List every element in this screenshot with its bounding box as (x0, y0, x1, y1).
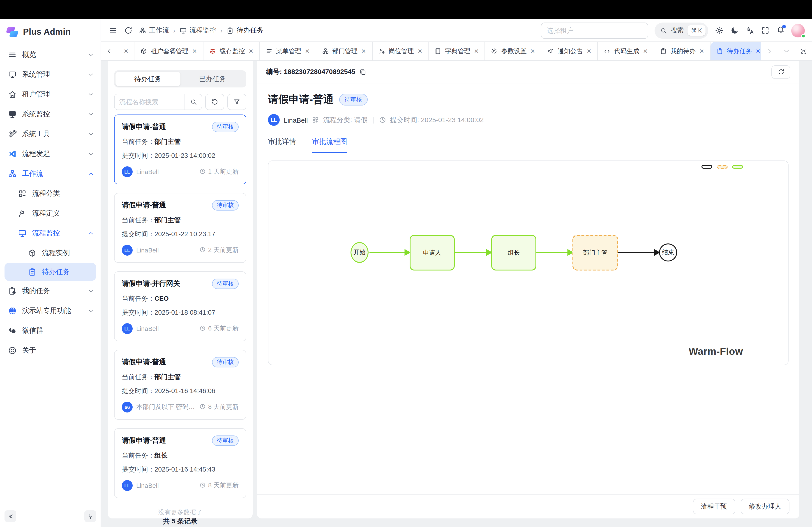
task-type-tab[interactable]: 已办任务 (180, 72, 245, 86)
sidebar-item[interactable]: 关于 (0, 340, 101, 360)
page-tab[interactable]: 菜单管理 ✕ (260, 42, 316, 60)
tenant-select-input[interactable] (541, 22, 648, 39)
person-icon (378, 48, 385, 55)
task-filter-button[interactable] (227, 94, 246, 110)
task-search-button[interactable] (185, 94, 202, 109)
chevron-icon (88, 250, 94, 256)
copy-icon[interactable] (359, 68, 366, 76)
breadcrumb-todo-tasks[interactable]: 待办任务 (227, 26, 264, 35)
page-tab[interactable]: 缓存监控 ✕ (203, 42, 260, 60)
task-search-row (114, 94, 246, 110)
refresh-detail-button[interactable] (771, 65, 791, 79)
sidebar-item[interactable]: 流程分类 (0, 183, 101, 203)
page-tab[interactable]: 字典管理 ✕ (429, 42, 485, 60)
task-icon (8, 286, 17, 295)
chevron-icon (88, 327, 94, 334)
initiator-avatar: LL (268, 114, 280, 126)
fullscreen-icon[interactable] (760, 26, 770, 35)
sidebar-item[interactable]: 系统工具 (0, 124, 101, 144)
task-reset-button[interactable] (205, 94, 224, 110)
content-fullscreen-button[interactable] (795, 42, 812, 60)
settings-gear-icon[interactable] (714, 26, 724, 35)
sidebar-item-label: 概览 (22, 50, 82, 59)
sidebar-item[interactable]: 租户管理 (0, 84, 101, 104)
process-id: 编号: 1882307280470892545 (266, 67, 355, 76)
sidebar-item[interactable]: 流程监控 (0, 223, 101, 243)
sidebar-item[interactable]: 流程定义 (0, 203, 101, 223)
page-tab[interactable]: 部门管理 ✕ (316, 42, 372, 60)
collapse-sidebar-button[interactable] (4, 510, 16, 522)
close-tab-icon[interactable]: ✕ (643, 48, 648, 54)
sidebar-item[interactable]: 待办任务 (4, 263, 96, 281)
page-tab[interactable]: 通知公告 ✕ (541, 42, 598, 60)
sidebar-item[interactable]: 系统管理 (0, 64, 101, 84)
current-task-value: 部门主管 (155, 373, 181, 380)
close-tab-icon[interactable]: ✕ (699, 48, 704, 54)
action-button[interactable]: 修改办理人 (740, 499, 789, 514)
breadcrumb-workflow[interactable]: 工作流 (139, 26, 169, 35)
initiator-avatar: LL (122, 245, 133, 256)
detail-tab[interactable]: 审批流程图 (312, 137, 347, 153)
flow-node[interactable]: 结束 (659, 243, 677, 261)
task-card[interactable]: 请假申请-普通 待审核 当前任务：部门主管 提交时间：2025-01-22 10… (114, 193, 246, 263)
task-card[interactable]: 请假申请-普通 待审核 当前任务：组长 提交时间：2025-01-16 14:4… (114, 428, 246, 498)
app-title: Plus Admin (23, 27, 71, 37)
dark-mode-moon-icon[interactable] (730, 26, 739, 35)
tabs-dropdown-button[interactable] (778, 42, 795, 60)
flow-diagram-canvas[interactable]: 开始申请人组长部门主管结束 Warm-Flow (268, 161, 788, 365)
page-tab[interactable]: 租户套餐管理 ✕ (134, 42, 203, 60)
task-card[interactable]: 请假申请-普通 待审核 当前任务：部门主管 提交时间：2025-01-16 14… (114, 350, 246, 420)
page-tab[interactable]: ✕ (118, 42, 134, 60)
page-tab[interactable]: 我的待办 ✕ (654, 42, 710, 60)
category-grid-icon (312, 116, 319, 123)
global-search[interactable]: 搜索 ⌘ K (654, 22, 708, 39)
close-tab-icon[interactable]: ✕ (305, 48, 310, 54)
tabs-scroll-right-button[interactable] (760, 42, 778, 60)
sidebar-menu: 概览 系统管理 租户管理 系统监控 系统工具 (0, 45, 101, 360)
task-card[interactable]: 请假申请-普通 待审核 当前任务：部门主管 提交时间：2025-01-23 14… (114, 115, 246, 184)
flow-node[interactable]: 开始 (350, 242, 368, 263)
close-tab-icon[interactable]: ✕ (124, 48, 129, 54)
flow-node[interactable]: 组长 (491, 235, 536, 270)
sidebar-item[interactable]: 概览 (0, 45, 101, 64)
sidebar-item[interactable]: 工作流 (0, 164, 101, 183)
task-type-tab[interactable]: 待办任务 (115, 72, 180, 86)
sidebar-item[interactable]: 微信群 (0, 320, 101, 340)
language-translate-icon[interactable] (745, 26, 754, 35)
app-logo[interactable]: Plus Admin (0, 19, 101, 45)
detail-tab[interactable]: 审批详情 (268, 137, 296, 153)
task-card[interactable]: 请假申请-并行网关 待审核 当前任务：CEO 提交时间：2025-01-18 0… (114, 271, 246, 341)
action-button[interactable]: 流程干预 (693, 499, 735, 514)
page-tab[interactable]: 参数设置 ✕ (485, 42, 541, 60)
task-list-panel: 待办任务已办任务 请假申请-普通 待审核 (108, 61, 252, 518)
page-tab[interactable]: 岗位管理 ✕ (372, 42, 429, 60)
close-tab-icon[interactable]: ✕ (530, 48, 535, 54)
initiator-name: LinaBell (136, 246, 196, 254)
close-tab-icon[interactable]: ✕ (361, 48, 366, 54)
sidebar-item[interactable]: 系统监控 (0, 104, 101, 124)
page-tab[interactable]: 待办任务 ✕ (710, 42, 760, 60)
tabs-scroll-left-button[interactable] (101, 42, 118, 60)
sidebar-item[interactable]: 流程发起 (0, 144, 101, 164)
flow-node[interactable]: 申请人 (410, 235, 455, 270)
close-tab-icon[interactable]: ✕ (756, 48, 760, 54)
sidebar-item[interactable]: 流程实例 (0, 243, 101, 263)
sidebar-item[interactable]: 演示站专用功能 (0, 301, 101, 320)
page-tab[interactable]: 代码生成 ✕ (598, 42, 654, 60)
task-card-title: 请假申请-并行网关 (122, 279, 180, 288)
notifications-bell-icon[interactable] (776, 26, 785, 35)
refresh-page-icon[interactable] (124, 26, 133, 35)
hamburger-icon[interactable] (108, 26, 117, 35)
close-tab-icon[interactable]: ✕ (587, 48, 592, 54)
close-tab-icon[interactable]: ✕ (192, 48, 197, 54)
task-search-input[interactable] (115, 94, 185, 109)
breadcrumb-process-monitor[interactable]: 流程监控 (179, 26, 216, 35)
close-tab-icon[interactable]: ✕ (249, 48, 253, 54)
flow-node[interactable]: 部门主管 (572, 235, 618, 270)
close-tab-icon[interactable]: ✕ (418, 48, 422, 54)
pin-sidebar-button[interactable] (84, 510, 96, 522)
user-avatar[interactable] (791, 24, 805, 37)
sidebar-item[interactable]: 我的任务 (0, 281, 101, 301)
chevron-icon (88, 347, 94, 353)
close-tab-icon[interactable]: ✕ (474, 48, 479, 54)
